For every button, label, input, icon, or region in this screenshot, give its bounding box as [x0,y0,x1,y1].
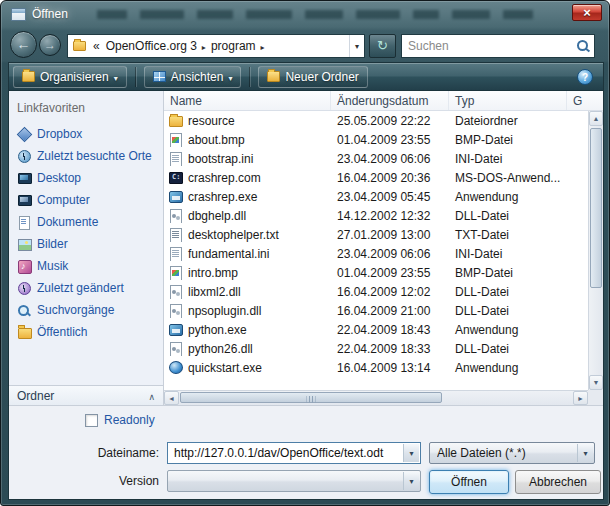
sidebar-item-label: Öffentlich [37,325,87,339]
file-name-cell: intro.bmp [164,266,331,280]
table-row[interactable]: npsoplugin.dll 16.04.2009 21:00 DLL-Date… [164,301,588,320]
sidebar-item-recent-places[interactable]: Zuletzt besuchte Orte [9,145,163,167]
folder-icon [73,41,86,51]
file-type-cell: Anwendung [449,323,567,337]
views-icon [153,71,166,82]
file-icon-ini [169,152,183,166]
file-icon-txt [169,228,183,242]
chevron-right-icon[interactable] [200,39,208,53]
version-dropdown-arrow[interactable] [403,472,419,490]
vertical-scrollbar[interactable] [588,111,603,390]
file-type-cell: INI-Datei [449,247,567,261]
table-row[interactable]: about.bmp 01.04.2009 23:55 BMP-Datei [164,130,588,149]
search-input[interactable] [402,39,575,53]
file-name: intro.bmp [188,266,238,280]
filetype-dropdown[interactable]: Alle Dateien (*.*) [429,442,595,464]
open-button[interactable]: Öffnen [429,470,509,494]
readonly-checkbox[interactable] [85,414,98,427]
forward-button[interactable] [39,34,61,56]
dialog-icon [11,8,26,21]
dialog-client-area: Organisieren Ansichten Neuer Ordner [9,63,603,499]
refresh-icon [377,39,388,53]
file-icon-bmp [169,266,183,280]
horizontal-scrollbar[interactable] [164,390,588,405]
scrollbar-corner [588,390,603,405]
table-row[interactable]: python26.dll 22.04.2009 18:33 DLL-Datei [164,339,588,358]
sidebar-item-pictures[interactable]: Bilder [9,233,163,255]
table-row[interactable]: quickstart.exe 16.04.2009 13:14 Anwendun… [164,358,588,377]
views-button[interactable]: Ansichten [144,66,242,88]
back-button[interactable] [10,31,37,58]
new-folder-button[interactable]: Neuer Ordner [258,66,367,88]
search-icon [575,38,591,54]
breadcrumb-item-openoffice[interactable]: OpenOffice.org 3 [103,35,200,57]
sidebar-item-desktop[interactable]: Desktop [9,167,163,189]
file-date-cell: 25.05.2009 22:22 [331,114,449,128]
column-header-date[interactable]: Änderungsdatum [331,91,449,110]
sidebar-item-searches[interactable]: Suchvorgänge [9,299,163,321]
filename-combobox[interactable] [167,442,421,464]
filename-input[interactable] [170,444,402,462]
horizontal-scroll-thumb[interactable] [180,392,442,403]
file-name-cell: npsoplugin.dll [164,304,331,318]
file-name-cell: dbghelp.dll [164,209,331,223]
sidebar-item-public[interactable]: Öffentlich [9,321,163,343]
address-bar[interactable]: OpenOffice.org 3 program [67,34,365,58]
organize-button[interactable]: Organisieren [13,66,127,88]
file-name: resource [188,114,235,128]
scroll-down-button[interactable] [589,375,603,390]
file-name-cell: libxml2.dll [164,285,331,299]
sidebar-item-documents[interactable]: Dokumente [9,211,163,233]
recent-places-icon [17,150,31,163]
search-box[interactable] [401,34,595,58]
table-row[interactable]: python.exe 22.04.2009 18:43 Anwendung [164,320,588,339]
refresh-button[interactable] [369,34,396,58]
table-row[interactable]: desktophelper.txt 27.01.2009 13:00 TXT-D… [164,225,588,244]
close-button[interactable] [572,4,602,21]
file-icon-dll [169,304,183,318]
sidebar-item-recently-changed[interactable]: Zuletzt geändert [9,277,163,299]
column-header-type[interactable]: Typ [449,91,567,110]
sidebar-item-music[interactable]: Musik [9,255,163,277]
table-row[interactable]: bootstrap.ini 23.04.2009 06:06 INI-Datei [164,149,588,168]
new-folder-label: Neuer Ordner [285,70,358,84]
scroll-left-button[interactable] [164,391,179,405]
column-header-name[interactable]: Name [164,91,331,110]
vertical-scroll-thumb[interactable] [590,128,602,288]
file-date-cell: 22.04.2009 18:43 [331,323,449,337]
table-row[interactable]: dbghelp.dll 14.12.2002 12:32 DLL-Datei [164,206,588,225]
address-dropdown-button[interactable] [349,35,364,57]
table-row[interactable]: libxml2.dll 16.04.2009 12:02 DLL-Datei [164,282,588,301]
music-icon [17,260,31,273]
file-name: bootstrap.ini [188,152,253,166]
sidebar-item-computer[interactable]: Computer [9,189,163,211]
table-row[interactable]: crashrep.exe 23.04.2009 05:45 Anwendung [164,187,588,206]
cancel-button[interactable]: Abbrechen [515,470,601,494]
main-area: Linkfavoriten Dropbox Zuletzt besuchte O… [9,91,603,405]
scroll-right-button[interactable] [573,391,588,405]
readonly-label[interactable]: Readonly [104,413,155,427]
file-icon-exe [169,324,183,336]
file-name-cell: desktophelper.txt [164,228,331,242]
file-name: quickstart.exe [188,361,262,375]
file-name: python.exe [188,323,247,337]
help-button[interactable] [577,69,593,85]
version-dropdown[interactable] [167,470,421,492]
table-row[interactable]: fundamental.ini 23.04.2009 06:06 INI-Dat… [164,244,588,263]
table-row[interactable]: intro.bmp 01.04.2009 23:55 BMP-Datei [164,263,588,282]
chevron-right-icon[interactable] [259,39,267,53]
folders-expander[interactable]: Ordner [9,385,163,405]
titlebar[interactable]: Öffnen [1,1,609,29]
chevron-down-icon [114,70,118,84]
breadcrumb-item-program[interactable]: program [208,35,259,57]
filetype-dropdown-arrow[interactable] [577,444,593,462]
table-row[interactable]: resource 25.05.2009 22:22 Dateiordner [164,111,588,130]
breadcrumb-overflow-chevron[interactable] [90,35,103,57]
table-row[interactable]: crashrep.com 16.04.2009 20:36 MS-DOS-Anw… [164,168,588,187]
filename-label: Dateiname: [9,446,159,460]
sidebar-item-dropbox[interactable]: Dropbox [9,123,163,145]
column-header-size[interactable]: G [567,91,603,110]
filename-dropdown-arrow[interactable] [403,444,419,462]
scroll-up-button[interactable] [589,111,603,126]
file-type-cell: MS-DOS-Anwend... [449,171,567,185]
